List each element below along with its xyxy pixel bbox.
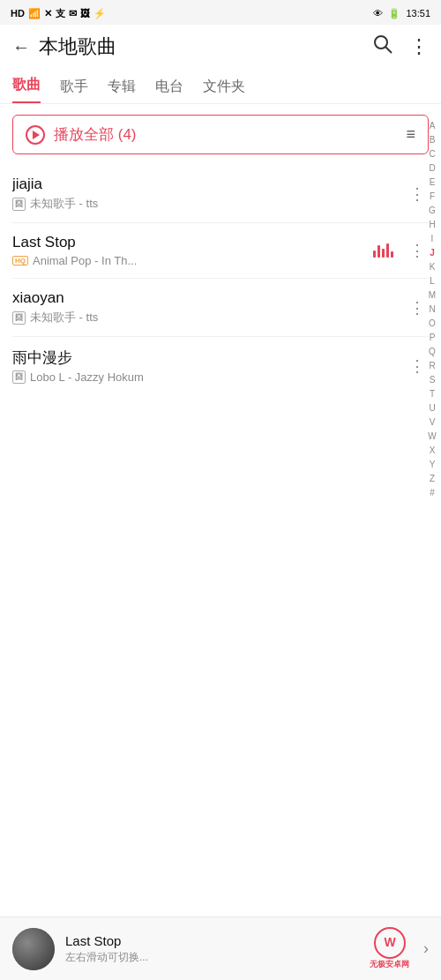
alphabet-index: ABCDEFGHIJKLMNOPQRSTUVWXYZ#	[425, 119, 439, 499]
alpha-R[interactable]: R	[425, 359, 439, 372]
alpha-U[interactable]: U	[425, 401, 439, 415]
status-right: 👁 🔋 13:51	[373, 8, 430, 19]
song-item-laststop[interactable]: Last Stop HQ Animal Pop - In Th... ⋮	[12, 223, 429, 279]
alpha-C[interactable]: C	[425, 147, 439, 161]
song-list: jiajia 囧 未知歌手 - tts ⋮ Last Stop HQ Anima…	[0, 165, 441, 394]
alpha-H[interactable]: H	[425, 218, 439, 231]
song-meta-4: 囧 Lobo L - Jazzy Hokum	[12, 370, 397, 384]
song-artist-1: 未知歌手 - tts	[30, 196, 98, 212]
alpha-F[interactable]: F	[425, 190, 439, 203]
svg-point-0	[375, 36, 387, 49]
song-tag-2: HQ	[12, 256, 28, 266]
alpha-O[interactable]: O	[425, 317, 439, 330]
player-info: Last Stop 左右滑动可切换...	[65, 933, 359, 965]
player-subtitle: 左右滑动可切换...	[65, 950, 359, 965]
sim-icon: ✕	[44, 8, 52, 19]
alpha-Y[interactable]: Y	[425, 458, 439, 471]
battery-icon: 🔋	[388, 8, 400, 19]
song-title-3: xiaoyan	[12, 289, 397, 307]
song-tag-3: 囧	[12, 311, 26, 325]
alpha-#[interactable]: #	[425, 486, 439, 499]
song-info-1: jiajia 囧 未知歌手 - tts	[12, 176, 397, 212]
alpha-I[interactable]: I	[425, 232, 439, 245]
alpha-B[interactable]: B	[425, 133, 439, 146]
search-button[interactable]	[372, 34, 393, 60]
play-all-left: 播放全部 (4)	[26, 124, 137, 145]
pay-icon: 支	[56, 7, 65, 20]
alpha-M[interactable]: M	[425, 288, 439, 302]
sort-button[interactable]: ≡	[406, 125, 415, 144]
song-info-2: Last Stop HQ Animal Pop - In Th...	[12, 234, 364, 267]
page-title: 本地歌曲	[39, 34, 363, 60]
song-title-4: 雨中漫步	[12, 348, 397, 368]
song-artist-4: Lobo L - Jazzy Hokum	[30, 370, 144, 384]
signal-icon: 📶	[28, 8, 41, 19]
play-all-label: 播放全部 (4)	[54, 124, 137, 145]
tab-songs[interactable]: 歌曲	[12, 69, 41, 103]
song-info-3: xiaoyan 囧 未知歌手 - tts	[12, 289, 397, 325]
network-indicator: HD	[11, 8, 25, 19]
alpha-X[interactable]: X	[425, 444, 439, 457]
header: ← 本地歌曲 ⋮	[0, 25, 441, 69]
song-artist-3: 未知歌手 - tts	[30, 310, 98, 325]
alpha-E[interactable]: E	[425, 176, 439, 189]
song-tag-4: 囧	[12, 370, 26, 384]
bottom-player[interactable]: Last Stop 左右滑动可切换... W 无极安卓网 ›	[0, 916, 441, 980]
status-bar: HD 📶 ✕ 支 ✉ 🖼 ⚡ 👁 🔋 13:51	[0, 0, 441, 25]
song-item-yuzhong[interactable]: 雨中漫步 囧 Lobo L - Jazzy Hokum ⋮	[12, 337, 429, 394]
tab-folders[interactable]: 文件夹	[203, 71, 245, 103]
song-artist-2: Animal Pop - In Th...	[33, 254, 137, 267]
mail-icon: ✉	[69, 8, 77, 19]
more-button[interactable]: ⋮	[409, 35, 429, 58]
tab-bar: 歌曲 歌手 专辑 电台 文件夹	[0, 69, 441, 104]
song-meta-1: 囧 未知歌手 - tts	[12, 196, 397, 212]
album-art	[12, 928, 55, 970]
alpha-N[interactable]: N	[425, 303, 439, 316]
status-left: HD 📶 ✕ 支 ✉ 🖼 ⚡	[11, 7, 106, 20]
song-title-2: Last Stop	[12, 234, 364, 251]
player-thumbnail	[12, 928, 55, 970]
eye-icon: 👁	[373, 8, 383, 19]
tab-albums[interactable]: 专辑	[108, 71, 136, 103]
svg-text:W: W	[384, 935, 396, 949]
alpha-W[interactable]: W	[425, 430, 439, 443]
photo-icon: 🖼	[80, 8, 90, 19]
svg-line-1	[385, 47, 392, 53]
brand-logo: W 无极安卓网	[370, 927, 409, 970]
play-all-icon	[26, 125, 45, 145]
alpha-S[interactable]: S	[425, 373, 439, 386]
now-playing-icon	[373, 243, 393, 258]
song-info-4: 雨中漫步 囧 Lobo L - Jazzy Hokum	[12, 348, 397, 384]
alpha-L[interactable]: L	[425, 274, 439, 288]
alpha-V[interactable]: V	[425, 415, 439, 429]
song-item-xiaoyan[interactable]: xiaoyan 囧 未知歌手 - tts ⋮	[12, 279, 429, 337]
song-tag-1: 囧	[12, 198, 26, 211]
charge-icon: ⚡	[93, 8, 106, 19]
alpha-T[interactable]: T	[425, 387, 439, 400]
time-display: 13:51	[406, 8, 430, 19]
tab-artists[interactable]: 歌手	[60, 71, 88, 103]
alpha-J[interactable]: J	[425, 246, 439, 259]
alpha-Z[interactable]: Z	[425, 472, 439, 485]
alpha-K[interactable]: K	[425, 260, 439, 273]
alpha-D[interactable]: D	[425, 161, 439, 175]
alpha-P[interactable]: P	[425, 331, 439, 344]
player-arrow[interactable]: ›	[423, 939, 429, 958]
song-meta-3: 囧 未知歌手 - tts	[12, 310, 397, 325]
song-item-jiajia[interactable]: jiajia 囧 未知歌手 - tts ⋮	[12, 165, 429, 223]
alpha-A[interactable]: A	[425, 119, 439, 132]
tab-radio[interactable]: 电台	[155, 71, 183, 103]
alpha-G[interactable]: G	[425, 204, 439, 217]
player-song-title: Last Stop	[65, 933, 359, 948]
play-all-row[interactable]: 播放全部 (4) ≡	[12, 115, 429, 154]
song-title-1: jiajia	[12, 176, 397, 193]
back-button[interactable]: ←	[12, 37, 30, 57]
alpha-Q[interactable]: Q	[425, 345, 439, 358]
brand-text: 无极安卓网	[370, 959, 409, 970]
song-meta-2: HQ Animal Pop - In Th...	[12, 254, 364, 267]
